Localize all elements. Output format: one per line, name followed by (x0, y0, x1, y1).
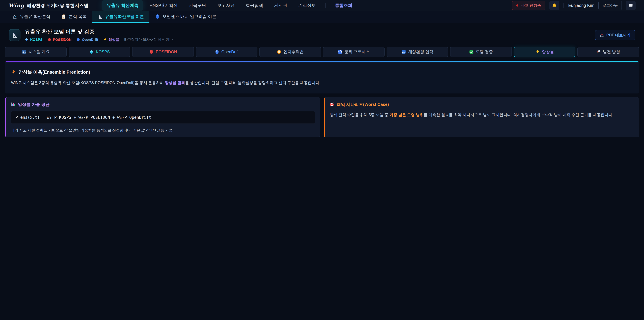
nav-item-integrated-search[interactable]: 통합조회 (330, 0, 357, 11)
badge-label: OpenDrift (82, 38, 98, 42)
lightning-icon (103, 38, 107, 42)
nav-item-weather-info[interactable]: 기상정보 (294, 0, 320, 11)
logout-button[interactable]: 로그아웃 (598, 1, 622, 10)
nav-item-hns-atmospheric[interactable]: HNS·대기확산 (145, 0, 182, 11)
tab-label: 오일펜스 배치 알고리즘 이론 (162, 14, 216, 19)
secnav-label: 풍화 프로세스 (344, 49, 370, 55)
description-text: WING 시스템은 3종의 유출유 확산 모델(KOSPS·POSEIDON·O… (11, 81, 165, 85)
nav-item-aerial-search[interactable]: 항공탐색 (241, 0, 268, 11)
top-navigation-bar: Wing 해양환경 위기대응 통합시스템 유출유 확산예측 HNS·대기확산 긴… (0, 0, 644, 11)
secnav-marine-env-input[interactable]: 해양환경 입력 (386, 47, 448, 57)
badge-label: KOSPS (30, 38, 42, 42)
check-icon (469, 50, 474, 54)
secnav-label: 발전 방향 (603, 49, 620, 55)
worst-text: 를 예측한 결과를 최악 시나리오로 별도 표시합니다. 의사결정자에게 보수적… (424, 113, 613, 117)
worst-highlight: 가장 넓은 오염 범위 (390, 113, 424, 117)
tab-label: 분석 목록 (69, 14, 87, 19)
secnav-label: OpenDrift (221, 50, 239, 54)
bar-chart-icon (11, 102, 16, 107)
ensemble-heading-text: 앙상블 예측(Ensemble Prediction) (18, 69, 90, 75)
weighted-average-card: 앙상블 가중 평균 P_ens(x,t) = w₁·P_KOSPS + w₂·P… (5, 97, 320, 137)
cycle-icon (338, 50, 342, 54)
tab-model-theory[interactable]: 유출유확산모델 이론 (92, 11, 150, 23)
weighted-card-title-text: 앙상블 가중 평균 (18, 102, 50, 107)
secnav-label: 앙상블 (542, 49, 554, 55)
badge-label: 앙상블 (108, 37, 119, 42)
nav-item-board[interactable]: 게시판 (270, 0, 292, 11)
hamburger-icon (628, 3, 634, 8)
badge-label: POSEIDON (53, 38, 72, 42)
tab-label: 유출유 확산분석 (20, 14, 50, 19)
secnav-kosps[interactable]: KOSPS (68, 47, 130, 57)
nav-divider (95, 3, 95, 9)
secnav-ensemble[interactable]: 앙상블 (514, 47, 576, 57)
set-square-icon (98, 14, 103, 19)
clipboard-icon (61, 14, 66, 19)
microscope-icon (12, 14, 18, 19)
description-text: 를 생산합니다. 단일 모델 대비 불확실성을 정량화하고 신뢰 구간을 제공합… (185, 81, 320, 85)
section-nav: 시스템 개요 KOSPS POSEIDON OpenDrift (5, 47, 639, 57)
pdf-export-label: PDF 내보내기 (606, 33, 630, 38)
page-title: 유출유 확산 모델 이론 및 검증 (25, 28, 173, 35)
secnav-label: POSEIDON (156, 50, 177, 54)
incident-badge-label: 사고 진행중 (521, 3, 541, 8)
blue-orb-icon (215, 50, 219, 54)
user-name: Eunjeong Kim (568, 3, 594, 8)
secnav-opendrift[interactable]: OpenDrift (196, 47, 258, 57)
ensemble-description: WING 시스템은 3종의 유출유 확산 모델(KOSPS·POSEIDON·O… (11, 80, 633, 86)
secnav-weathering-process[interactable]: 풍화 프로세스 (323, 47, 384, 57)
page-header: 유출유 확산 모델 이론 및 검증 KOSPS POSEIDON (0, 23, 644, 46)
badge-opendrift: OpenDrift (76, 38, 98, 42)
secnav-label: 모델 검증 (476, 49, 493, 55)
page-header-text: 유출유 확산 모델 이론 및 검증 KOSPS POSEIDON (25, 28, 173, 42)
wave-icon (401, 50, 406, 54)
compass-icon (277, 50, 282, 54)
weighted-card-note: 과거 사고 재현 정확도 기반으로 각 모델별 가중치를 동적으로 산정합니다.… (11, 128, 315, 133)
sub-tab-bar: 유출유 확산분석 분석 목록 유출유확산모델 이론 (0, 11, 644, 23)
pdf-export-button[interactable]: PDF 내보내기 (595, 30, 635, 40)
lightning-icon (11, 70, 16, 75)
diamond-icon (89, 50, 94, 54)
rocket-icon (596, 50, 601, 54)
secnav-label: 시스템 개요 (28, 49, 50, 55)
ensemble-cards-row: 앙상블 가중 평균 P_ens(x,t) = w₁·P_KOSPS + w₂·P… (5, 97, 639, 137)
menu-button[interactable] (626, 1, 636, 11)
wing-logo-text: Wing (8, 3, 24, 9)
secnav-model-validation[interactable]: 모델 검증 (450, 47, 512, 57)
header-subtitle: 라그랑지안 입자추적 이론 기반 (124, 37, 173, 42)
tab-label: 유출유확산모델 이론 (105, 14, 144, 19)
main-nav: 유출유 확산예측 HNS·대기확산 긴급구난 보고자료 항공탐색 게시판 기상정… (102, 0, 357, 11)
weighted-card-title: 앙상블 가중 평균 (11, 102, 315, 107)
tab-spill-analysis[interactable]: 유출유 확산분석 (7, 11, 56, 23)
secnav-particle-tracking[interactable]: 입자추적법 (260, 47, 321, 57)
ensemble-section: 앙상블 예측(Ensemble Prediction) WING 시스템은 3종… (5, 61, 639, 94)
pdf-export-icon (600, 33, 604, 38)
tab-oil-fence-algorithm[interactable]: 오일펜스 배치 알고리즘 이론 (150, 11, 222, 23)
app-title: 해양환경 위기대응 통합시스템 (27, 3, 88, 9)
nav-divider (325, 3, 326, 9)
diamond-icon (25, 38, 28, 42)
red-orb-icon (149, 50, 154, 54)
app-logo[interactable]: Wing 해양환경 위기대응 통합시스템 (8, 3, 88, 9)
tab-analysis-list[interactable]: 분석 목록 (56, 11, 92, 23)
ensemble-section-heading: 앙상블 예측(Ensemble Prediction) (11, 69, 633, 75)
blue-orb-icon (76, 38, 80, 42)
nav-item-oil-spill-prediction[interactable]: 유출유 확산예측 (102, 0, 143, 11)
secnav-label: KOSPS (96, 50, 110, 54)
incident-status-badge[interactable]: 사고 진행중 (512, 1, 546, 10)
topbar-right-cluster: 사고 진행중 Eunjeong Kim 로그아웃 (512, 1, 636, 11)
notifications-button[interactable] (550, 1, 559, 11)
ensemble-formula: P_ens(x,t) = w₁·P_KOSPS + w₂·P_POSEIDON … (11, 111, 315, 124)
secnav-poseidon[interactable]: POSEIDON (132, 47, 194, 57)
secnav-system-overview[interactable]: 시스템 개요 (5, 47, 66, 57)
page-header-icon-box (9, 29, 20, 41)
worst-case-card: 최악 시나리오(Worst Case) 방제 전략 수립을 위해 3종 모델 중… (324, 97, 639, 137)
badge-kosps: KOSPS (25, 38, 42, 42)
secnav-label: 해양환경 입력 (408, 49, 433, 55)
bell-icon (552, 3, 557, 8)
nav-item-emergency-rescue[interactable]: 긴급구난 (184, 0, 211, 11)
secnav-future-direction[interactable]: 발전 방향 (578, 47, 639, 57)
worst-text: 방제 전략 수립을 위해 3종 모델 중 (330, 113, 390, 117)
set-square-icon (11, 32, 18, 39)
nav-item-reports[interactable]: 보고자료 (212, 0, 239, 11)
